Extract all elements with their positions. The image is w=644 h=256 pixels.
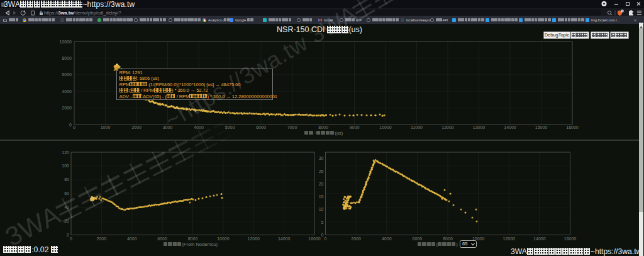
svg-text:8000: 8000: [62, 56, 72, 60]
svg-text:12000: 12000: [441, 125, 454, 130]
svg-text:7000: 7000: [287, 125, 297, 130]
svg-text:14000: 14000: [533, 237, 546, 241]
svg-text:1: 1: [622, 10, 623, 13]
svg-text:20: 20: [64, 219, 69, 223]
svg-text:20: 20: [319, 182, 324, 186]
svg-text:0: 0: [321, 233, 324, 237]
svg-text:13000: 13000: [473, 125, 486, 130]
svg-text:6000: 6000: [62, 72, 72, 77]
svg-text:0: 0: [69, 123, 72, 127]
svg-text:16000: 16000: [308, 237, 321, 241]
svg-text:10000: 10000: [217, 237, 230, 241]
svg-text:2000: 2000: [131, 125, 142, 130]
svg-text:40: 40: [64, 205, 69, 209]
svg-text:2000: 2000: [62, 106, 72, 110]
svg-text:4000: 4000: [127, 237, 137, 241]
svg-text:16000: 16000: [564, 237, 577, 241]
svg-text:11000: 11000: [411, 125, 423, 130]
svg-text:14000: 14000: [504, 125, 516, 130]
svg-text:4000: 4000: [382, 237, 392, 241]
svg-text:8000: 8000: [318, 125, 328, 130]
svg-text:2000: 2000: [97, 237, 107, 241]
svg-text:3000: 3000: [163, 125, 173, 130]
svg-text:16000: 16000: [566, 125, 579, 130]
svg-text:0: 0: [73, 125, 75, 130]
svg-text:0: 0: [70, 237, 72, 241]
svg-text:1000: 1000: [101, 125, 111, 130]
svg-text:15000: 15000: [535, 125, 548, 130]
svg-text:120: 120: [62, 150, 69, 155]
svg-text:2000: 2000: [351, 237, 361, 241]
svg-text:10000: 10000: [60, 40, 72, 44]
svg-text:8000: 8000: [443, 237, 453, 241]
svg-text:6000: 6000: [413, 237, 423, 241]
svg-text:25: 25: [319, 169, 324, 174]
svg-text:12000: 12000: [503, 237, 516, 241]
svg-text:60: 60: [64, 191, 69, 196]
svg-text:8000: 8000: [188, 237, 198, 241]
svg-text:5: 5: [321, 220, 324, 225]
svg-text:100: 100: [62, 164, 69, 168]
svg-text:15: 15: [319, 194, 324, 199]
svg-text:9000: 9000: [350, 125, 360, 130]
svg-text:0: 0: [67, 233, 69, 237]
svg-text:5000: 5000: [225, 125, 235, 130]
svg-text:80: 80: [64, 177, 69, 182]
svg-text:14000: 14000: [278, 237, 291, 241]
svg-text:10: 10: [319, 207, 324, 211]
svg-text:12000: 12000: [248, 237, 260, 241]
svg-text:10000: 10000: [379, 125, 392, 130]
svg-text:6000: 6000: [256, 125, 266, 130]
svg-text:6000: 6000: [157, 237, 167, 241]
svg-text:4000: 4000: [194, 125, 204, 130]
svg-text:0: 0: [325, 237, 327, 241]
svg-text:30: 30: [319, 156, 324, 160]
svg-text:4000: 4000: [62, 89, 72, 94]
